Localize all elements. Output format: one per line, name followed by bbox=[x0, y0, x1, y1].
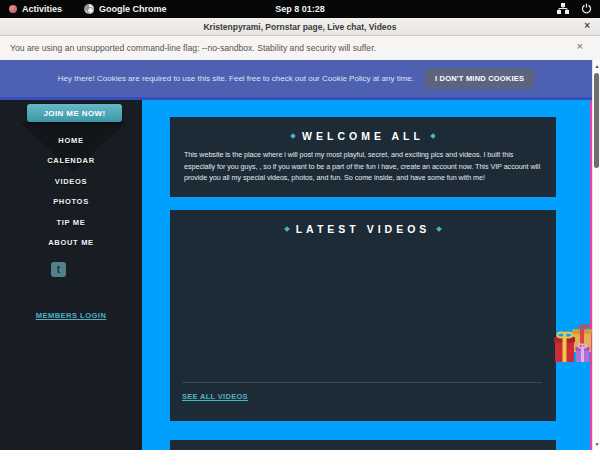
window-close-icon[interactable]: × bbox=[584, 20, 590, 31]
sidebar-item-home[interactable]: HOME bbox=[0, 131, 142, 151]
accept-cookies-button[interactable]: I DON'T MIND COOKIES bbox=[425, 68, 534, 89]
join-me-now-button[interactable]: JOIN ME NOW! bbox=[27, 104, 122, 122]
activities-label: Activities bbox=[22, 4, 62, 14]
sidebar-item-about-me[interactable]: ABOUT ME bbox=[0, 233, 142, 253]
see-all-videos-link[interactable]: SEE ALL VIDEOS bbox=[182, 392, 248, 401]
infobar-message: You are using an unsupported command-lin… bbox=[10, 43, 376, 53]
activities-icon bbox=[9, 5, 17, 13]
diamond-icon bbox=[430, 133, 436, 139]
members-login-link[interactable]: MEMBERS LOGIN bbox=[0, 311, 142, 320]
app-menu-label: Google Chrome bbox=[99, 4, 167, 14]
infobar-close-icon[interactable]: × bbox=[577, 40, 583, 52]
welcome-title-row: WELCOME ALL bbox=[170, 117, 556, 142]
scroll-down-icon[interactable]: ▼ bbox=[593, 441, 600, 447]
divider bbox=[182, 382, 542, 383]
gnome-topbar: Activities Google Chrome Sep 8 01:28 bbox=[0, 0, 600, 18]
gifts-graphic bbox=[553, 321, 593, 365]
sidebar-nav: HOME CALENDAR VIDEOS PHOTOS TIP ME ABOUT… bbox=[0, 131, 142, 253]
diamond-icon bbox=[290, 133, 296, 139]
sidebar-item-videos[interactable]: VIDEOS bbox=[0, 172, 142, 192]
clock-label: Sep 8 01:28 bbox=[275, 4, 325, 14]
sidebar-item-calendar[interactable]: CALENDAR bbox=[0, 151, 142, 171]
chrome-icon bbox=[84, 4, 94, 14]
diamond-icon bbox=[436, 226, 442, 232]
next-section-panel bbox=[170, 440, 556, 450]
app-menu-button[interactable]: Google Chrome bbox=[84, 4, 167, 14]
page-content: JOIN ME NOW! HOME CALENDAR VIDEOS PHOTOS… bbox=[0, 100, 592, 450]
clock-button[interactable]: Sep 8 01:28 bbox=[275, 0, 325, 18]
sidebar: JOIN ME NOW! HOME CALENDAR VIDEOS PHOTOS… bbox=[0, 100, 142, 450]
scroll-up-icon[interactable]: ▲ bbox=[593, 63, 600, 69]
cookie-banner: Hey there! Cookies are required to use t… bbox=[0, 60, 592, 100]
window-title: Kristenpyrami, Pornstar page, Live chat,… bbox=[203, 22, 396, 32]
diamond-icon bbox=[284, 226, 290, 232]
activities-button[interactable]: Activities bbox=[9, 4, 62, 14]
latest-videos-title-row: LATEST VIDEOS bbox=[170, 210, 556, 235]
welcome-text: This website is the place where i will p… bbox=[184, 149, 542, 184]
sidebar-item-tip-me[interactable]: TIP ME bbox=[0, 213, 142, 233]
cookie-message: Hey there! Cookies are required to use t… bbox=[58, 74, 414, 83]
latest-videos-panel: LATEST VIDEOS SEE ALL VIDEOS bbox=[170, 210, 556, 421]
screen: Activities Google Chrome Sep 8 01:28 bbox=[0, 0, 600, 450]
welcome-title: WELCOME ALL bbox=[302, 130, 424, 142]
sidebar-item-photos[interactable]: PHOTOS bbox=[0, 192, 142, 212]
power-icon[interactable] bbox=[581, 3, 592, 16]
latest-videos-title: LATEST VIDEOS bbox=[296, 223, 431, 235]
window-titlebar: Kristenpyrami, Pornstar page, Live chat,… bbox=[0, 18, 600, 36]
tumblr-icon[interactable]: t bbox=[51, 262, 66, 277]
scrollbar[interactable]: ▲ ▼ bbox=[592, 60, 600, 450]
chrome-infobar: You are using an unsupported command-lin… bbox=[0, 36, 600, 60]
network-icon[interactable] bbox=[557, 3, 569, 16]
welcome-panel: WELCOME ALL This website is the place wh… bbox=[170, 117, 556, 197]
scrollbar-thumb[interactable] bbox=[594, 73, 599, 168]
